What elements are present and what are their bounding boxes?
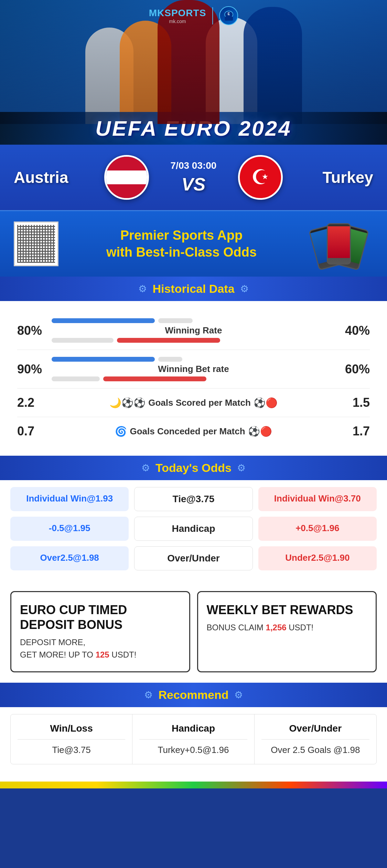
left-ball-icons: 🌙⚽⚽ bbox=[109, 397, 146, 409]
recommend-icon-left: ⚙ bbox=[144, 689, 153, 701]
winning-bet-label: Winning Bet rate bbox=[158, 364, 229, 374]
austria-winning-bet: 90% bbox=[17, 362, 52, 376]
goals-conceded-row: 0.7 🌀 Goals Conceded per Match ⚽🔴 1.7 bbox=[17, 417, 370, 445]
phone-screen-2 bbox=[328, 226, 350, 258]
sports-text: SPORTS bbox=[164, 8, 206, 18]
rec-winloss-header: Win/Loss bbox=[18, 723, 125, 740]
left-concede-icon: 🌀 bbox=[115, 426, 127, 437]
rec-handicap-header: Handicap bbox=[139, 723, 247, 740]
phone-mockups bbox=[304, 220, 373, 268]
odds-right-win[interactable]: Individual Win@3.70 bbox=[258, 487, 377, 511]
turkey-bet-bar bbox=[103, 376, 206, 381]
deposit-bonus-desc: DEPOSIT MORE, GET MORE! UP TO 125 USDT! bbox=[20, 636, 181, 661]
weekly-rewards-title: WEEKLY BET REWARDS bbox=[207, 602, 367, 617]
turkey-winning-rate: 40% bbox=[335, 323, 370, 338]
winning-rate-row: 80% Winning Rate 40% bbox=[17, 311, 370, 350]
mk-text: MK bbox=[149, 8, 165, 18]
goals-scored-row: 2.2 🌙⚽⚽ Goals Scored per Match ⚽🔴 1.5 bbox=[17, 389, 370, 417]
odds-right-handicap[interactable]: +0.5@1.96 bbox=[258, 517, 377, 541]
winning-bet-bar-row-right bbox=[52, 376, 335, 381]
divider-icon-left: ⚙ bbox=[138, 283, 147, 294]
goals-conceded-label: Goals Conceded per Match bbox=[130, 426, 245, 437]
weekly-rewards-card[interactable]: WEEKLY BET REWARDS BONUS CLAIM 1,256 USD… bbox=[197, 591, 377, 672]
austria-bet-bar bbox=[52, 357, 155, 362]
rec-winloss-col: Win/Loss Tie@3.75 bbox=[11, 714, 132, 764]
historical-section: 80% Winning Rate 40% 90% Winning Bet rat… bbox=[0, 301, 387, 456]
odds-right-ou[interactable]: Under2.5@1.90 bbox=[258, 546, 377, 570]
deposit-bonus-title: EURO CUP TIMED DEPOSIT BONUS bbox=[20, 602, 181, 632]
svg-text:E: E bbox=[228, 12, 230, 16]
winning-bet-bar-row-left bbox=[52, 357, 335, 362]
promo-section: Premier Sports App with Best-in-Class Od… bbox=[0, 210, 387, 277]
winning-rate-bars: Winning Rate bbox=[52, 318, 335, 343]
qr-code-pattern bbox=[17, 225, 55, 263]
vs-text: VS bbox=[182, 174, 205, 195]
turkey-winning-bet: 60% bbox=[335, 362, 370, 376]
recommend-grid: Win/Loss Tie@3.75 Handicap Turkey+0.5@1.… bbox=[10, 714, 377, 764]
odds-left-handicap[interactable]: -0.5@1.95 bbox=[10, 517, 129, 541]
turkey-goals-scored: 1.5 bbox=[335, 395, 370, 410]
vs-container: 7/03 03:00 VS bbox=[171, 160, 217, 195]
deposit-desc-line1: DEPOSIT MORE, bbox=[20, 638, 85, 647]
odds-center-ou: Over/Under bbox=[134, 546, 252, 570]
odds-divider: ⚙ Today's Odds ⚙ bbox=[0, 456, 387, 480]
turkey-rate-bar bbox=[117, 338, 220, 343]
right-ball-icons: ⚽🔴 bbox=[254, 397, 278, 409]
weekly-rewards-desc: BONUS CLAIM 1,256 USDT! bbox=[207, 621, 367, 634]
bottom-color-bar bbox=[0, 782, 387, 788]
goals-conceded-icons: 🌀 Goals Conceded per Match ⚽🔴 bbox=[52, 426, 335, 437]
promo-line1: Premier Sports App bbox=[120, 228, 243, 242]
winning-bet-row: 90% Winning Bet rate 60% bbox=[17, 350, 370, 389]
winning-rate-label: Winning Rate bbox=[165, 325, 222, 336]
rec-ou-col: Over/Under Over 2.5 Goals @1.98 bbox=[255, 714, 376, 764]
crescent-star-icon: ☪ bbox=[251, 167, 270, 188]
odds-left-win[interactable]: Individual Win@1.93 bbox=[10, 487, 129, 511]
odds-grid: Individual Win@1.93 Tie@3.75 Individual … bbox=[10, 487, 377, 570]
turkey-flag: ☪ bbox=[238, 155, 283, 200]
match-datetime: 7/03 03:00 bbox=[171, 160, 217, 171]
domain-text: mk.com bbox=[149, 19, 206, 24]
team-right-name: Turkey bbox=[304, 168, 373, 187]
goals-scored-icons: 🌙⚽⚽ Goals Scored per Match ⚽🔴 bbox=[52, 397, 335, 409]
winning-bet-bars: Winning Bet rate bbox=[52, 357, 335, 381]
qr-code bbox=[14, 221, 58, 266]
club-badge-icon: E bbox=[219, 6, 238, 25]
svg-rect-1 bbox=[225, 17, 233, 21]
rec-ou-value: Over 2.5 Goals @1.98 bbox=[261, 745, 369, 755]
deposit-bonus-card[interactable]: EURO CUP TIMED DEPOSIT BONUS DEPOSIT MOR… bbox=[10, 591, 190, 672]
recommend-icon-right: ⚙ bbox=[234, 689, 243, 701]
austria-flag bbox=[104, 155, 149, 200]
promo-title: Premier Sports App with Best-in-Class Od… bbox=[69, 227, 294, 261]
bonus-section: EURO CUP TIMED DEPOSIT BONUS DEPOSIT MOR… bbox=[0, 581, 387, 683]
recommend-title: Recommend bbox=[158, 688, 228, 702]
match-section: Austria 7/03 03:00 VS ☪ Turkey bbox=[0, 145, 387, 210]
team-left-name: Austria bbox=[14, 168, 83, 187]
austria-winning-rate: 80% bbox=[17, 323, 52, 338]
austria-rate-bar bbox=[52, 318, 155, 323]
rec-handicap-value: Turkey+0.5@1.96 bbox=[139, 745, 247, 755]
turkey-bet-bg bbox=[52, 376, 100, 381]
deposit-desc-line2: GET MORE! UP TO bbox=[20, 650, 93, 659]
promo-text: Premier Sports App with Best-in-Class Od… bbox=[69, 227, 294, 261]
weekly-currency: USDT! bbox=[289, 623, 313, 632]
austria-flag-stripe-middle bbox=[106, 170, 147, 184]
austria-rate-bg bbox=[158, 318, 193, 323]
historical-title: Historical Data bbox=[152, 282, 234, 296]
historical-divider: ⚙ Historical Data ⚙ bbox=[0, 277, 387, 301]
brand-logo: MKSPORTS mk.com E bbox=[149, 6, 238, 25]
odds-left-ou[interactable]: Over2.5@1.98 bbox=[10, 546, 129, 570]
weekly-highlight: 1,256 bbox=[266, 623, 287, 632]
austria-bet-bg bbox=[158, 357, 182, 362]
odds-icon-right: ⚙ bbox=[237, 462, 246, 474]
odds-center-tie[interactable]: Tie@3.75 bbox=[134, 487, 252, 511]
austria-flag-stripe-bottom bbox=[106, 184, 147, 198]
divider-icon-right: ⚙ bbox=[240, 283, 249, 294]
weekly-desc: BONUS CLAIM bbox=[207, 623, 264, 632]
goals-scored-label: Goals Scored per Match bbox=[148, 397, 251, 408]
austria-flag-stripe-top bbox=[106, 157, 147, 170]
odds-icon-left: ⚙ bbox=[141, 462, 150, 474]
austria-goals-conceded: 0.7 bbox=[17, 424, 52, 438]
winning-rate-bar-row bbox=[52, 318, 335, 323]
promo-line2: with Best-in-Class Odds bbox=[106, 245, 257, 259]
deposit-currency: USDT! bbox=[111, 650, 136, 659]
